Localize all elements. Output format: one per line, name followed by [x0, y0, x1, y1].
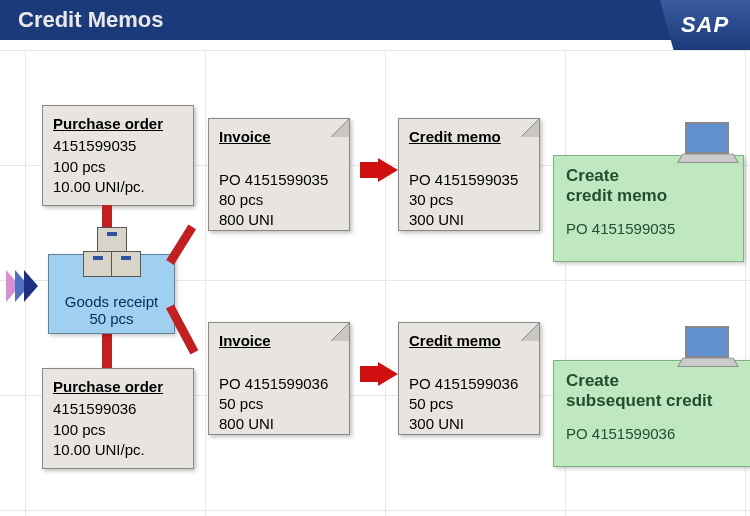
po2-qty: 100 pcs: [53, 421, 106, 438]
create-subsequent-credit-box: Create subsequent credit PO 4151599036: [553, 360, 750, 467]
header-bar: Credit Memos SAP: [0, 0, 750, 40]
po1-number: 4151599035: [53, 137, 136, 154]
inv2-po: PO 4151599036: [219, 375, 328, 392]
inv1-po: PO 4151599035: [219, 171, 328, 188]
gr-qty: 50 pcs: [89, 310, 133, 327]
inv1-amount: 800 UNI: [219, 211, 274, 228]
cm2-po: PO 4151599036: [409, 375, 518, 392]
purchase-order-1-box: Purchase order 4151599035 100 pcs 10.00 …: [42, 105, 194, 206]
laptop-icon: [680, 326, 734, 366]
crate-icon: [81, 227, 143, 277]
sap-logo: SAP: [660, 0, 750, 50]
po2-title: Purchase order: [53, 377, 183, 397]
cm1-qty: 30 pcs: [409, 191, 453, 208]
cm2-qty: 50 pcs: [409, 395, 453, 412]
cm1-title: Credit memo: [409, 127, 529, 147]
credit-memo-1-box: Credit memo PO 4151599035 30 pcs 300 UNI: [398, 118, 540, 231]
laptop-icon: [680, 122, 734, 162]
credit-memo-2-box: Credit memo PO 4151599036 50 pcs 300 UNI: [398, 322, 540, 435]
cm1-po: PO 4151599035: [409, 171, 518, 188]
action2-line1: Create: [566, 371, 741, 391]
inv1-qty: 80 pcs: [219, 191, 263, 208]
inv2-amount: 800 UNI: [219, 415, 274, 432]
cm2-amount: 300 UNI: [409, 415, 464, 432]
purchase-order-2-box: Purchase order 4151599036 100 pcs 10.00 …: [42, 368, 194, 469]
page-title: Credit Memos: [18, 7, 163, 33]
action1-line1: Create: [566, 166, 731, 186]
gr-label: Goods receipt: [65, 293, 158, 310]
cm2-title: Credit memo: [409, 331, 529, 351]
inv2-title: Invoice: [219, 331, 339, 351]
po2-price: 10.00 UNI/pc.: [53, 441, 145, 458]
goods-receipt-box: Goods receipt 50 pcs: [48, 254, 175, 334]
po1-qty: 100 pcs: [53, 158, 106, 175]
arrow-inv2-to-cm2: [378, 362, 398, 386]
process-chevrons-icon: [6, 270, 54, 304]
po1-title: Purchase order: [53, 114, 183, 134]
arrow-inv1-to-cm1: [378, 158, 398, 182]
cm1-amount: 300 UNI: [409, 211, 464, 228]
create-credit-memo-box: Create credit memo PO 4151599035: [553, 155, 744, 262]
po2-number: 4151599036: [53, 400, 136, 417]
invoice-1-box: Invoice PO 4151599035 80 pcs 800 UNI: [208, 118, 350, 231]
action2-line2: subsequent credit: [566, 391, 741, 411]
action1-po: PO 4151599035: [566, 220, 731, 237]
action1-line2: credit memo: [566, 186, 731, 206]
inv1-title: Invoice: [219, 127, 339, 147]
po1-price: 10.00 UNI/pc.: [53, 178, 145, 195]
action2-po: PO 4151599036: [566, 425, 741, 442]
inv2-qty: 50 pcs: [219, 395, 263, 412]
invoice-2-box: Invoice PO 4151599036 50 pcs 800 UNI: [208, 322, 350, 435]
